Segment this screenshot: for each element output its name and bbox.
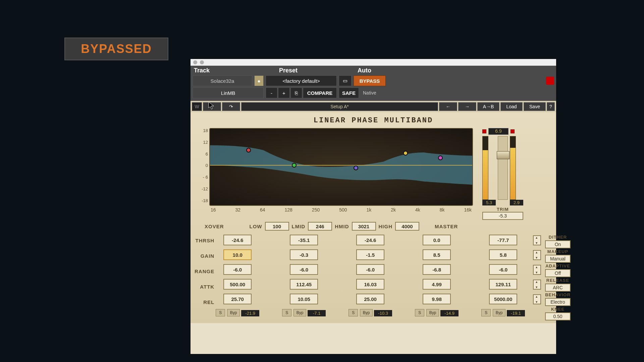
attk-field-0[interactable]: 500.00 [223, 279, 252, 290]
master-attk-spinner[interactable] [533, 280, 541, 290]
attk-field-1[interactable]: 112.45 [290, 279, 318, 290]
master-gain-spinner[interactable] [533, 250, 541, 260]
band-bypass-button-0[interactable]: Byp [227, 309, 240, 316]
master-rel-spinner[interactable] [533, 294, 541, 304]
makeup-field[interactable]: Manual [545, 255, 571, 263]
band-bypass-button-1[interactable]: Byp [293, 309, 306, 316]
trim-value[interactable]: -5.3 [482, 212, 523, 220]
range-field-3[interactable]: -6.8 [423, 264, 451, 275]
plus-button[interactable]: + [278, 87, 290, 98]
release-field[interactable]: ARC [545, 284, 571, 292]
band-column-3: 0.08.5-6.84.999.98SByp-14.9 [415, 235, 459, 320]
solo-button-4[interactable]: S [481, 309, 491, 316]
close-button[interactable] [546, 77, 554, 85]
adaptive-field[interactable]: Off [545, 269, 571, 277]
thrsh-field-1[interactable]: -35.1 [290, 235, 318, 245]
bypass-status-badge: BYPASSED [64, 38, 168, 60]
band-bypass-button-3[interactable]: Byp [426, 309, 439, 316]
range-field-4[interactable]: -6.0 [489, 264, 517, 275]
help-button[interactable]: ? [547, 102, 555, 111]
thrsh-field-4[interactable]: -77.7 [489, 235, 517, 245]
rel-field-1[interactable]: 10.05 [290, 294, 318, 304]
attk-field-2[interactable]: 16.03 [356, 279, 384, 290]
range-field-1[interactable]: -6.0 [290, 264, 318, 275]
solo-button-1[interactable]: S [282, 309, 291, 316]
range-field-2[interactable]: -6.0 [356, 264, 384, 275]
preset-selector[interactable]: <factory default> [266, 75, 337, 86]
range-field-0[interactable]: -6.0 [223, 264, 252, 275]
link-button[interactable]: ● [254, 75, 264, 86]
window-titlebar[interactable] [191, 59, 556, 66]
plugin-title: LINEAR PHASE MULTIBAND [195, 116, 552, 125]
eq-graph[interactable] [209, 128, 473, 206]
y-tick: 12 [199, 140, 208, 145]
track-selector[interactable]: Solace32a [193, 75, 252, 86]
ab-compare-button[interactable]: A→B [477, 102, 499, 111]
rel-field-0[interactable]: 25.70 [223, 294, 252, 304]
thrsh-field-0[interactable]: -24.6 [223, 235, 252, 245]
plugin-selector[interactable]: LinMB [193, 87, 264, 98]
thrsh-field-3[interactable]: 0.0 [423, 235, 451, 245]
band-bypass-button-4[interactable]: Byp [493, 309, 505, 316]
behavior-field[interactable]: Electro [545, 298, 571, 306]
band-node-hmid[interactable] [403, 151, 408, 156]
rel-field-2[interactable]: 25.00 [356, 294, 384, 304]
load-button[interactable]: Load [500, 102, 523, 111]
clip-indicator-right[interactable] [511, 129, 515, 133]
preset-folder-icon[interactable]: ▭ [339, 75, 352, 86]
gain-field-1[interactable]: -0.3 [290, 249, 318, 260]
bypass-button[interactable]: BYPASS [354, 75, 386, 86]
meter-peak-value[interactable]: 6.9 [488, 128, 508, 135]
band-node-high[interactable] [438, 156, 443, 160]
gain-field-3[interactable]: 8.5 [423, 249, 451, 260]
compare-button[interactable]: COMPARE [303, 87, 337, 98]
band-bypass-button-2[interactable]: Byp [360, 309, 373, 316]
solo-button-2[interactable]: S [348, 309, 358, 316]
x-tick: 1k [366, 207, 371, 213]
adaptive-label: ADAPTIVE [545, 263, 571, 268]
setup-display[interactable]: Setup A* [241, 102, 438, 111]
xover-high-field[interactable]: 4000 [395, 222, 419, 231]
gain-field-4[interactable]: 5.8 [489, 249, 517, 260]
rel-field-3[interactable]: 9.98 [423, 294, 451, 304]
trim-fader-knob[interactable] [497, 151, 509, 159]
safe-button[interactable]: SAFE [339, 87, 359, 98]
master-thrsh-spinner[interactable] [533, 235, 541, 245]
waves-logo-icon[interactable]: W [192, 102, 202, 111]
dither-label: DITHER [545, 235, 571, 240]
zero-line [210, 165, 472, 166]
thrsh-field-2[interactable]: -24.6 [356, 235, 384, 245]
clip-indicator-left[interactable] [482, 129, 486, 133]
band-node-lmid[interactable] [292, 163, 297, 168]
band-node-mid[interactable] [354, 166, 358, 170]
master-range-spinner[interactable] [533, 265, 541, 275]
copy-icon[interactable]: ⎘ [290, 87, 302, 98]
solo-button-0[interactable]: S [216, 309, 225, 316]
attk-field-3[interactable]: 4.99 [423, 279, 451, 290]
redo-button[interactable]: ↷ [222, 102, 240, 111]
close-dot-icon[interactable] [193, 60, 197, 64]
knee-field[interactable]: 0.50 [545, 312, 571, 320]
next-preset-button[interactable]: → [458, 102, 476, 111]
prev-preset-button[interactable]: ← [439, 102, 457, 111]
band-node-low[interactable] [246, 148, 251, 153]
rel-row-label: REL [195, 297, 214, 307]
gain-field-0[interactable]: 10.0 [223, 249, 252, 260]
preset-header-label: Preset [278, 67, 354, 74]
xover-lmid-field[interactable]: 246 [308, 222, 332, 231]
attk-row-label: ATTK [195, 282, 214, 292]
xover-low-field[interactable]: 100 [265, 222, 289, 231]
gain-field-2[interactable]: -1.5 [356, 249, 384, 260]
dither-field[interactable]: On [545, 240, 571, 248]
attk-field-4[interactable]: 129.11 [489, 279, 517, 290]
output-meter-right [510, 136, 516, 200]
rel-field-4[interactable]: 5000.00 [489, 294, 517, 304]
minus-button[interactable]: - [266, 87, 277, 98]
minimize-dot-icon[interactable] [200, 60, 204, 64]
solo-button-3[interactable]: S [415, 309, 424, 316]
meter-value-left: 5.3 [482, 200, 496, 205]
trim-fader[interactable] [498, 136, 508, 200]
y-tick: 18 [199, 128, 208, 133]
save-button[interactable]: Save [524, 102, 546, 111]
xover-hmid-field[interactable]: 3021 [352, 222, 376, 231]
